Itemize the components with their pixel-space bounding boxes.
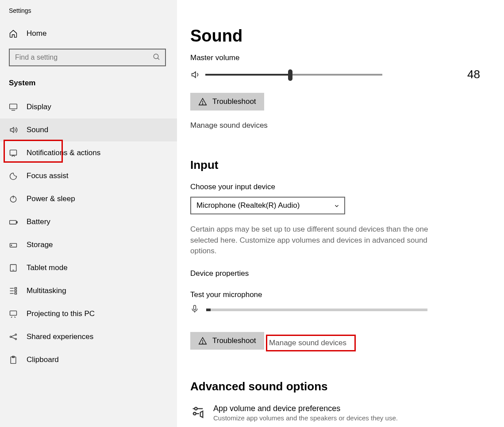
sound-icon [9, 126, 18, 134]
sidebar-item-battery[interactable]: Battery [0, 210, 177, 233]
sidebar-item-power-sleep[interactable]: Power & sleep [0, 187, 177, 210]
app-volume-title: App volume and device preferences [213, 404, 398, 413]
shared-icon [9, 332, 18, 341]
svg-line-1 [158, 58, 159, 60]
svg-rect-17 [15, 290, 16, 291]
input-help-text: Certain apps may be set up to use differ… [190, 224, 438, 257]
search-input[interactable] [9, 49, 166, 66]
troubleshoot-input-button[interactable]: Troubleshoot [190, 332, 264, 350]
sidebar-item-label: Sound [27, 126, 48, 134]
projecting-icon [9, 309, 18, 318]
sidebar-item-sound[interactable]: Sound [0, 118, 177, 141]
focus-assist-icon [9, 172, 18, 180]
button-label: Troubleshoot [212, 97, 256, 106]
input-section-title: Input [190, 158, 494, 172]
svg-line-24 [12, 337, 15, 339]
device-properties-link[interactable]: Device properties [190, 269, 494, 278]
sidebar-item-clipboard[interactable]: Clipboard [0, 348, 177, 371]
sidebar-item-projecting[interactable]: Projecting to this PC [0, 302, 177, 325]
multitasking-icon [9, 286, 18, 295]
select-value: Microphone (Realtek(R) Audio) [196, 201, 300, 210]
svg-point-21 [15, 334, 16, 335]
svg-point-10 [11, 245, 12, 246]
sidebar-item-display[interactable]: Display [0, 95, 177, 118]
svg-rect-16 [15, 288, 16, 289]
svg-rect-4 [10, 150, 17, 155]
sidebar-item-label: Battery [27, 217, 50, 226]
power-icon [9, 194, 18, 203]
advanced-section-title: Advanced sound options [190, 380, 494, 393]
test-mic-label: Test your microphone [190, 290, 494, 299]
sidebar-item-focus-assist[interactable]: Focus assist [0, 164, 177, 187]
input-device-select[interactable]: Microphone (Realtek(R) Audio) [190, 197, 345, 214]
choose-input-label: Choose your input device [190, 183, 494, 191]
sidebar-item-tablet-mode[interactable]: Tablet mode [0, 256, 177, 279]
category-label: System [0, 77, 177, 95]
home-label: Home [27, 29, 46, 38]
volume-value: 48 [467, 68, 480, 81]
microphone-icon [190, 305, 199, 315]
sidebar-item-label: Tablet mode [27, 263, 68, 272]
svg-rect-8 [17, 221, 18, 223]
notifications-icon [9, 149, 18, 157]
tablet-icon [9, 263, 18, 272]
app-title: Settings [0, 5, 177, 25]
sidebar-item-notifications[interactable]: Notifications & actions [0, 141, 177, 164]
sidebar-item-label: Focus assist [27, 172, 68, 180]
svg-point-34 [195, 408, 197, 410]
volume-icon[interactable] [190, 70, 200, 80]
svg-rect-7 [10, 221, 16, 224]
sidebar-item-label: Power & sleep [27, 194, 75, 203]
sidebar-item-label: Notifications & actions [27, 149, 100, 157]
svg-point-32 [202, 343, 203, 343]
svg-line-23 [12, 335, 15, 336]
page-title: Sound [190, 27, 494, 46]
battery-icon [9, 217, 18, 226]
svg-point-36 [193, 412, 196, 415]
app-volume-desc: Customize app volumes and the speakers o… [213, 414, 398, 422]
master-volume-label: Master volume [190, 53, 494, 62]
clipboard-icon [9, 355, 18, 364]
svg-rect-18 [15, 293, 16, 294]
sidebar-item-label: Display [27, 103, 51, 111]
sidebar-item-shared-experiences[interactable]: Shared experiences [0, 325, 177, 348]
svg-rect-2 [10, 104, 17, 109]
manage-sound-devices-link[interactable]: Manage sound devices [190, 121, 494, 130]
svg-rect-19 [10, 311, 17, 315]
sidebar-item-label: Projecting to this PC [27, 309, 95, 318]
warning-icon [198, 336, 207, 345]
storage-icon [9, 240, 18, 249]
sidebar-item-multitasking[interactable]: Multitasking [0, 279, 177, 302]
sidebar-item-storage[interactable]: Storage [0, 233, 177, 256]
manage-sound-devices-link-2[interactable]: Manage sound devices [269, 339, 346, 347]
home-link[interactable]: Home [0, 25, 177, 42]
sidebar-item-label: Storage [27, 240, 53, 249]
warning-icon [198, 97, 207, 106]
svg-point-0 [154, 54, 158, 59]
svg-rect-29 [194, 305, 196, 310]
svg-point-20 [10, 336, 12, 337]
chevron-down-icon [334, 203, 340, 209]
mic-level-bar [206, 309, 427, 311]
button-label: Troubleshoot [212, 336, 256, 345]
display-icon [9, 103, 18, 111]
mixer-icon [190, 405, 205, 420]
volume-slider[interactable] [205, 74, 382, 76]
manage-sound-highlight-annotation: Manage sound devices [266, 335, 356, 351]
svg-point-28 [202, 103, 203, 104]
sidebar-item-label: Clipboard [27, 355, 59, 364]
troubleshoot-output-button[interactable]: Troubleshoot [190, 93, 264, 111]
home-icon [9, 29, 18, 38]
svg-point-22 [15, 338, 16, 339]
sidebar-item-label: Shared experiences [27, 332, 93, 341]
search-icon [153, 53, 161, 61]
sidebar-item-label: Multitasking [27, 286, 66, 295]
app-volume-preferences-link[interactable]: App volume and device preferences Custom… [190, 404, 494, 422]
